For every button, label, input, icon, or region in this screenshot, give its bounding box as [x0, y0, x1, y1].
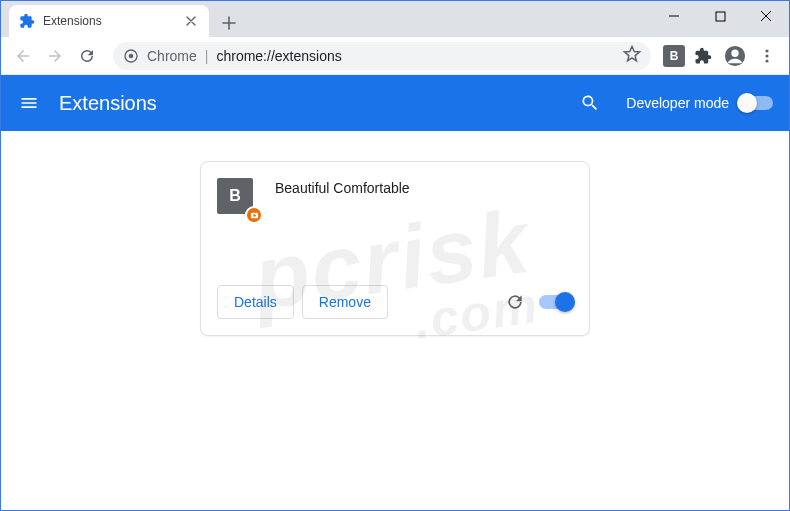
reload-button[interactable] — [73, 42, 101, 70]
hamburger-menu-icon[interactable] — [17, 91, 41, 115]
page-title: Extensions — [59, 92, 554, 115]
url-path: chrome://extensions — [216, 48, 341, 64]
developer-mode-label: Developer mode — [626, 95, 729, 111]
svg-rect-0 — [716, 12, 725, 21]
url-separator: | — [205, 48, 209, 64]
extension-card: B Beautiful Comfortable Details Remove — [200, 161, 590, 336]
chrome-page-icon — [123, 48, 139, 64]
svg-point-5 — [765, 49, 768, 52]
window-titlebar: Extensions — [1, 1, 789, 37]
extension-badge-b[interactable]: B — [663, 45, 685, 67]
extension-warning-badge-icon — [245, 206, 263, 224]
svg-point-7 — [765, 59, 768, 62]
search-icon[interactable] — [572, 85, 608, 121]
reload-extension-icon[interactable] — [499, 286, 531, 318]
extensions-puzzle-icon[interactable] — [689, 42, 717, 70]
menu-dots-icon[interactable] — [753, 42, 781, 70]
close-icon[interactable] — [183, 13, 199, 29]
browser-tab[interactable]: Extensions — [9, 5, 209, 37]
bookmark-star-icon[interactable] — [623, 45, 641, 66]
svg-point-6 — [765, 54, 768, 57]
browser-toolbar: Chrome | chrome://extensions B — [1, 37, 789, 75]
back-button[interactable] — [9, 42, 37, 70]
developer-mode-toggle[interactable] — [739, 96, 773, 110]
extension-name: Beautiful Comfortable — [275, 178, 410, 285]
enable-extension-toggle[interactable] — [539, 295, 573, 309]
svg-point-4 — [731, 49, 738, 56]
extensions-header: Extensions Developer mode — [1, 75, 789, 131]
address-bar[interactable]: Chrome | chrome://extensions — [113, 42, 651, 70]
new-tab-button[interactable] — [215, 9, 243, 37]
url-scheme: Chrome — [147, 48, 197, 64]
puzzle-icon — [19, 13, 35, 29]
close-window-button[interactable] — [743, 1, 789, 31]
maximize-button[interactable] — [697, 1, 743, 31]
svg-point-9 — [253, 214, 256, 217]
tab-title: Extensions — [43, 14, 175, 28]
minimize-button[interactable] — [651, 1, 697, 31]
remove-button[interactable]: Remove — [302, 285, 388, 319]
svg-point-2 — [129, 53, 134, 58]
profile-avatar-icon[interactable] — [721, 42, 749, 70]
forward-button[interactable] — [41, 42, 69, 70]
details-button[interactable]: Details — [217, 285, 294, 319]
